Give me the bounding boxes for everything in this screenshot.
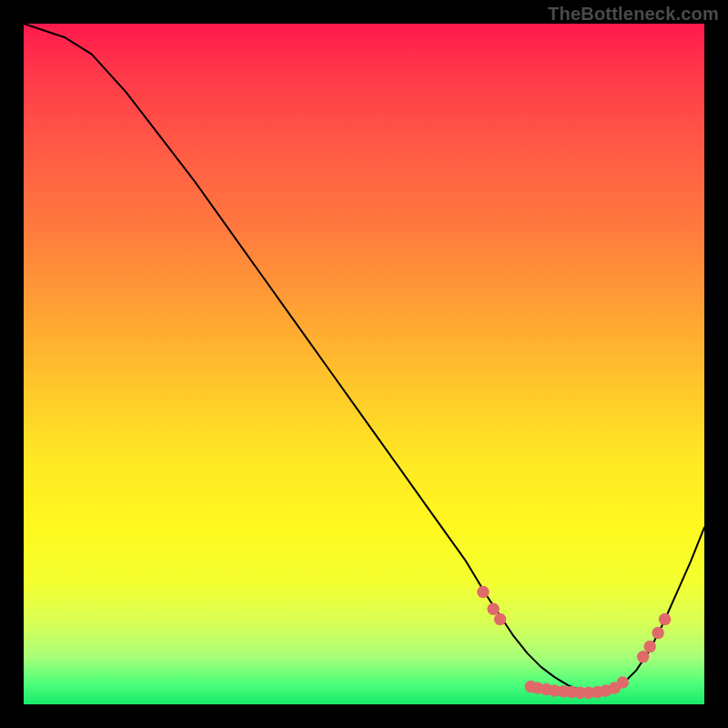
- marker-dot: [617, 676, 629, 688]
- chart-frame: TheBottleneck.com: [0, 0, 728, 728]
- marker-dot: [659, 613, 671, 625]
- marker-dot: [643, 641, 655, 652]
- marker-group: [477, 586, 671, 699]
- marker-dot: [487, 603, 499, 615]
- marker-dot: [477, 586, 489, 598]
- watermark-text: TheBottleneck.com: [548, 4, 719, 25]
- marker-dot: [637, 651, 649, 662]
- marker-dot: [652, 627, 663, 639]
- curve-layer: [24, 24, 704, 704]
- plot-area: [24, 24, 704, 704]
- bottleneck-curve: [24, 24, 704, 693]
- marker-dot: [494, 613, 506, 625]
